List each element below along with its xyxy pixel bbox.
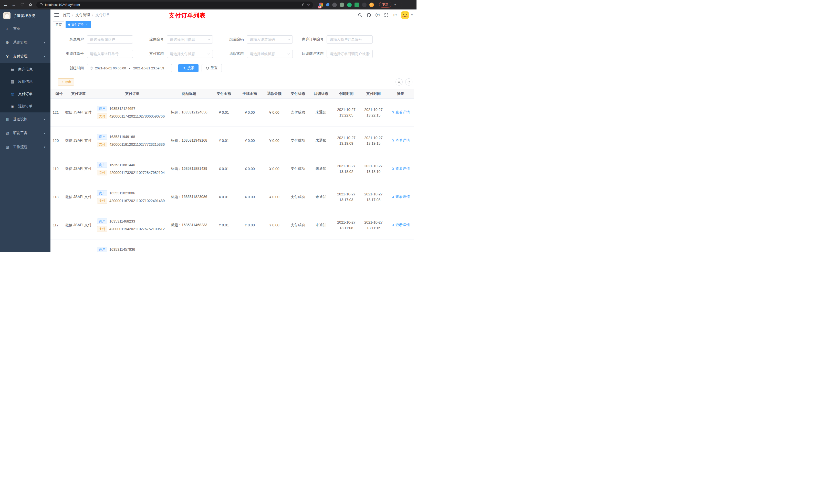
sidebar-item-pay-order[interactable]: ◎ 支付订单 (0, 88, 50, 100)
channel-code-select[interactable] (247, 35, 293, 44)
view-detail-link[interactable]: 查看详情 (391, 223, 410, 227)
gear-icon: ⚙ (5, 40, 10, 45)
order-id: 121 (50, 98, 63, 126)
app-logo: 芋道管理系统 (0, 9, 50, 22)
export-button-label: 导出 (65, 80, 71, 84)
product-title: 标题：1635312124656 (168, 98, 210, 126)
date-start: 2021-10-01 00:00:00 (95, 66, 126, 70)
notify-status: 未通知 (309, 183, 333, 211)
browser-home-icon[interactable] (28, 3, 33, 7)
reset-button-label: 重置 (211, 66, 218, 70)
extension-icon[interactable] (332, 3, 337, 7)
sidebar: 芋道管理系统 ◐ 首页 ⚙ 系统管理 ▾ ¥ 支付管理 ▴ ▤ 商户信息 (0, 9, 50, 252)
merchant-tag: 商户 (97, 247, 107, 252)
github-icon[interactable] (366, 13, 371, 18)
sidebar-item-label: 系统管理 (13, 40, 27, 45)
breadcrumb-item[interactable]: 支付管理 (76, 13, 90, 18)
create-time-range-picker[interactable]: 2021-10-01 00:00:00 - 2021-10-31 23:59:5… (87, 64, 172, 72)
fee-amount: ¥ 0.00 (237, 211, 262, 239)
merchant-select[interactable] (87, 35, 133, 44)
breadcrumb-item[interactable]: 首页 (63, 13, 70, 18)
browser-forward-icon[interactable]: → (11, 2, 16, 7)
view-detail-label: 查看详情 (396, 138, 410, 143)
share-icon[interactable] (302, 3, 305, 6)
sidebar-item-refund-order[interactable]: ▣ 退款订单 (0, 100, 50, 113)
fee-amount: ¥ 0.00 (237, 126, 262, 155)
update-caret-icon[interactable]: ▾ (395, 3, 396, 6)
refresh-table-button[interactable] (405, 78, 412, 86)
extension-icon[interactable] (340, 3, 344, 7)
merchant-order-no: 1635311468233 (110, 219, 135, 223)
pay-status: 支付成功 (287, 155, 309, 183)
sidebar-toggle-icon[interactable] (54, 13, 59, 17)
view-detail-link[interactable]: 查看详情 (391, 110, 410, 115)
address-bar[interactable]: localhost:1024/pay/order ☆ (37, 2, 313, 8)
site-info-icon[interactable] (40, 3, 43, 6)
sidebar-item-label: 支付管理 (13, 54, 27, 58)
avatar-caret-icon[interactable]: ▾ (411, 13, 413, 17)
pay-amount: ¥ 0.01 (210, 155, 237, 183)
avatar[interactable] (401, 11, 409, 19)
view-detail-link[interactable]: 查看详情 (391, 138, 410, 143)
extension-icon[interactable] (362, 3, 366, 7)
fullscreen-icon[interactable] (384, 13, 388, 17)
pay-amount: ¥ 0.01 (210, 183, 237, 211)
extension-icon[interactable] (347, 3, 352, 7)
view-detail-link[interactable]: 查看详情 (391, 166, 410, 171)
search-button[interactable]: 搜索 (178, 64, 198, 72)
merchant-order-no: 1635312124657 (110, 106, 135, 111)
refund-amount: ¥ 0.00 (262, 155, 287, 183)
browser-refresh-icon[interactable] (20, 3, 25, 7)
channel-order-no-input[interactable] (87, 50, 133, 58)
actions-cell: 查看详情 (387, 183, 414, 211)
export-button[interactable]: 导出 (57, 78, 74, 86)
bookmark-star-icon[interactable]: ☆ (307, 3, 310, 7)
col-header-pay-order: 支付订单 (94, 89, 168, 98)
tags-view-bar: 首页 支付订单 × (50, 21, 416, 29)
url-text[interactable]: localhost:1024/pay/order (45, 3, 80, 7)
sidebar-item-payment[interactable]: ¥ 支付管理 ▴ (0, 49, 50, 63)
sidebar-item-workflow[interactable]: ▨ 工作流程 ▾ (0, 140, 50, 154)
active-dot-icon (68, 24, 70, 26)
profile-avatar-icon[interactable] (370, 3, 374, 7)
sidebar-item-app-info[interactable]: ▦ 应用信息 (0, 75, 50, 88)
browser-menu-icon[interactable]: ⋮ (399, 3, 403, 7)
pay-order-cell: 商户1635311823086 支付4200001167202110271022… (94, 183, 168, 211)
extension-icon[interactable]: 10 (319, 3, 323, 7)
hide-search-button[interactable] (396, 78, 403, 86)
tab-pay-order[interactable]: 支付订单 × (66, 21, 91, 28)
font-size-icon[interactable]: T T (393, 13, 397, 17)
merchant-tag: 商户 (97, 190, 107, 196)
sidebar-item-merchant-info[interactable]: ▤ 商户信息 (0, 63, 50, 75)
browser-back-icon[interactable]: ← (3, 2, 8, 7)
reset-button[interactable]: 重置 (201, 64, 222, 72)
search-icon[interactable] (358, 13, 362, 17)
extension-icon[interactable] (326, 3, 329, 6)
created-time: 2021-10-2713:19:09 (333, 126, 360, 155)
sidebar-item-devtools[interactable]: ▧ 研发工具 ▾ (0, 126, 50, 140)
app-select[interactable] (167, 35, 213, 44)
chevron-down-icon: ▾ (44, 131, 45, 135)
refund-amount: ¥ 0.00 (262, 98, 287, 126)
sidebar-item-infrastructure[interactable]: ▥ 基础设施 ▾ (0, 113, 50, 126)
refund-status-select[interactable] (247, 50, 293, 58)
notify-status: 未通知 (309, 155, 333, 183)
col-header-id: 编号 (50, 89, 63, 98)
sidebar-item-system[interactable]: ⚙ 系统管理 ▾ (0, 35, 50, 49)
pay-status-select[interactable] (167, 50, 213, 58)
help-icon[interactable]: ? (376, 13, 380, 17)
notify-status-select[interactable] (327, 50, 373, 58)
paid-time: 2021-10-2713:11:15 (360, 211, 387, 239)
page-title: 支付订单列表 (169, 11, 206, 20)
pay-order-no: 4200001174202110278060590766 (110, 114, 165, 118)
merchant-order-no-input[interactable] (327, 35, 373, 44)
tab-home[interactable]: 首页 (53, 21, 64, 28)
browser-update-button[interactable]: 更新 (379, 2, 391, 8)
extension-icon[interactable] (355, 3, 359, 7)
view-detail-link[interactable]: 查看详情 (391, 195, 410, 199)
pay-tag: 支付 (97, 198, 107, 203)
sidebar-item-home[interactable]: ◐ 首页 (0, 22, 50, 35)
sidebar-item-label: 商户信息 (18, 67, 32, 72)
pay-order-no: 4200001173202110272847982104 (110, 171, 165, 175)
close-icon[interactable]: × (85, 23, 89, 26)
